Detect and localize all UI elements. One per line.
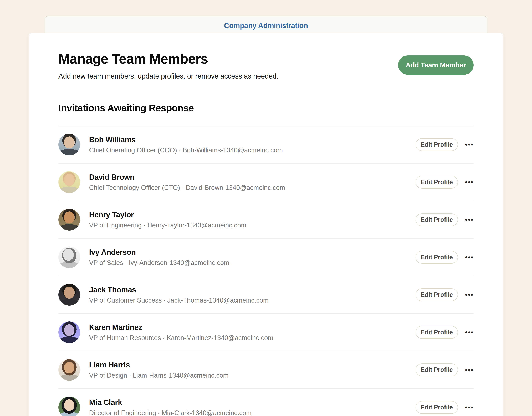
row-actions: Edit Profile ••• (416, 363, 474, 376)
more-options-icon[interactable]: ••• (465, 217, 474, 223)
member-name: Mia Clark (89, 398, 416, 407)
main-card: Manage Team Members Add new team members… (29, 33, 503, 416)
more-options-icon[interactable]: ••• (465, 367, 474, 373)
member-email: David-Brown-1340@acmeinc.com (186, 184, 285, 191)
row-actions: Edit Profile ••• (416, 213, 474, 226)
more-options-icon[interactable]: ••• (465, 141, 474, 148)
card-content: Manage Team Members Add new team members… (29, 33, 503, 416)
row-actions: Edit Profile ••• (416, 251, 474, 264)
member-meta: Director of Engineering·Mia-Clark-1340@a… (89, 409, 416, 416)
edit-profile-button[interactable]: Edit Profile (416, 176, 458, 189)
member-email: Mia-Clark-1340@acmeinc.com (162, 409, 251, 416)
edit-profile-button[interactable]: Edit Profile (416, 363, 458, 376)
row-actions: Edit Profile ••• (416, 138, 474, 151)
row-actions: Edit Profile ••• (416, 401, 474, 414)
member-name: Liam Harris (89, 360, 416, 369)
more-options-icon[interactable]: ••• (465, 329, 474, 336)
page-title: Manage Team Members (58, 51, 278, 67)
member-meta: Chief Technology Officer (CTO)·David-Bro… (89, 184, 416, 191)
edit-profile-button[interactable]: Edit Profile (416, 326, 458, 339)
member-role: Chief Operating Officer (COO) (89, 147, 177, 154)
meta-separator: · (125, 259, 127, 266)
page-header: Manage Team Members Add new team members… (58, 51, 474, 80)
member-role: VP of Human Resources (89, 334, 161, 341)
member-role: VP of Sales (89, 259, 123, 266)
member-name: Henry Taylor (89, 210, 416, 219)
member-row: Mia Clark Director of Engineering·Mia-Cl… (58, 389, 474, 416)
member-row: Henry Taylor VP of Engineering·Henry-Tay… (58, 201, 474, 239)
meta-separator: · (129, 372, 131, 379)
edit-profile-button[interactable]: Edit Profile (416, 401, 458, 414)
member-list: Bob Williams Chief Operating Officer (CO… (58, 126, 474, 416)
company-administration-link[interactable]: Company Administration (224, 21, 308, 30)
member-meta: Chief Operating Officer (COO)·Bob-Willia… (89, 146, 416, 154)
avatar (58, 246, 80, 268)
avatar (58, 321, 80, 343)
member-email: Bob-Williams-1340@acmeinc.com (183, 147, 283, 154)
edit-profile-button[interactable]: Edit Profile (416, 213, 458, 226)
page-subtitle: Add new team members, update profiles, o… (58, 72, 278, 80)
member-name: Bob Williams (89, 135, 416, 144)
member-row: Bob Williams Chief Operating Officer (CO… (58, 126, 474, 164)
meta-separator: · (158, 409, 160, 416)
member-info: Bob Williams Chief Operating Officer (CO… (89, 135, 416, 154)
member-info: Karen Martinez VP of Human Resources·Kar… (89, 323, 416, 342)
edit-profile-button[interactable]: Edit Profile (416, 138, 458, 151)
member-info: Liam Harris VP of Design·Liam-Harris-134… (89, 360, 416, 379)
avatar (58, 397, 80, 416)
member-row: Karen Martinez VP of Human Resources·Kar… (58, 314, 474, 351)
avatar (58, 284, 80, 306)
more-options-icon[interactable]: ••• (465, 179, 474, 185)
meta-separator: · (182, 184, 184, 191)
member-info: David Brown Chief Technology Officer (CT… (89, 173, 416, 191)
meta-separator: · (164, 297, 166, 304)
meta-separator: · (144, 222, 146, 229)
member-role: VP of Customer Success (89, 297, 162, 304)
member-meta: VP of Customer Success·Jack-Thomas-1340@… (89, 296, 416, 304)
member-email: Jack-Thomas-1340@acmeinc.com (167, 297, 269, 304)
member-email: Henry-Taylor-1340@acmeinc.com (147, 222, 246, 229)
avatar (58, 171, 80, 193)
member-info: Mia Clark Director of Engineering·Mia-Cl… (89, 398, 416, 416)
member-role: Director of Engineering (89, 409, 156, 416)
member-name: Karen Martinez (89, 323, 416, 332)
member-meta: VP of Sales·Ivy-Anderson-1340@acmeinc.co… (89, 259, 416, 266)
member-name: Ivy Anderson (89, 248, 416, 256)
more-options-icon[interactable]: ••• (465, 254, 474, 261)
avatar (58, 134, 80, 155)
member-row: Liam Harris VP of Design·Liam-Harris-134… (58, 351, 474, 389)
section-title: Invitations Awaiting Response (58, 102, 474, 114)
row-actions: Edit Profile ••• (416, 326, 474, 339)
member-row: Ivy Anderson VP of Sales·Ivy-Anderson-13… (58, 239, 474, 276)
member-role: Chief Technology Officer (CTO) (89, 184, 180, 191)
member-info: Ivy Anderson VP of Sales·Ivy-Anderson-13… (89, 248, 416, 266)
member-meta: VP of Design·Liam-Harris-1340@acmeinc.co… (89, 372, 416, 379)
member-email: Liam-Harris-1340@acmeinc.com (133, 372, 229, 379)
member-info: Henry Taylor VP of Engineering·Henry-Tay… (89, 210, 416, 229)
edit-profile-button[interactable]: Edit Profile (416, 251, 458, 264)
member-row: David Brown Chief Technology Officer (CT… (58, 164, 474, 201)
member-role: VP of Engineering (89, 222, 142, 229)
meta-separator: · (163, 334, 165, 341)
member-info: Jack Thomas VP of Customer Success·Jack-… (89, 285, 416, 304)
more-options-icon[interactable]: ••• (465, 292, 474, 298)
add-team-member-button[interactable]: Add Team Member (398, 56, 474, 75)
member-name: Jack Thomas (89, 285, 416, 294)
edit-profile-button[interactable]: Edit Profile (416, 288, 458, 301)
more-options-icon[interactable]: ••• (465, 404, 474, 411)
member-meta: VP of Human Resources·Karen-Martinez-134… (89, 334, 416, 342)
member-email: Karen-Martinez-1340@acmeinc.com (167, 334, 273, 341)
row-actions: Edit Profile ••• (416, 288, 474, 301)
avatar (58, 209, 80, 231)
member-role: VP of Design (89, 372, 127, 379)
member-name: David Brown (89, 173, 416, 181)
member-email: Ivy-Anderson-1340@acmeinc.com (129, 259, 230, 266)
page-header-text: Manage Team Members Add new team members… (58, 51, 278, 80)
row-actions: Edit Profile ••• (416, 176, 474, 189)
avatar (58, 359, 80, 381)
member-meta: VP of Engineering·Henry-Taylor-1340@acme… (89, 221, 416, 229)
meta-separator: · (179, 147, 181, 154)
member-row: Jack Thomas VP of Customer Success·Jack-… (58, 276, 474, 314)
